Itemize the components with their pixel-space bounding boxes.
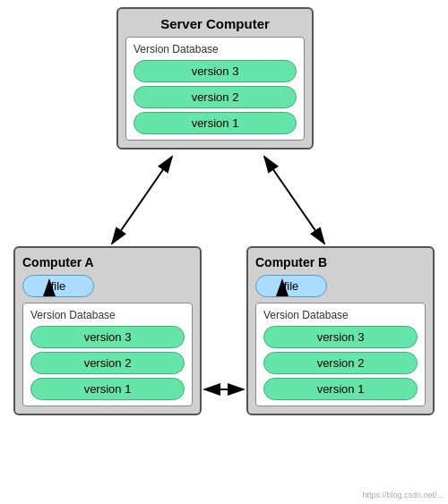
diagram-container: Server Computer Version Database version… — [0, 0, 448, 504]
server-title: Server Computer — [125, 16, 305, 31]
computer-a-version-1: version 1 — [30, 378, 185, 400]
server-computer-box: Server Computer Version Database version… — [116, 7, 314, 149]
server-db-label: Version Database — [134, 43, 297, 56]
computer-a-box: Computer A file Version Database version… — [13, 246, 202, 415]
computer-b-version-1: version 1 — [263, 378, 418, 400]
watermark: https://blog.csdn.net/... — [362, 491, 444, 500]
computer-b-version-2: version 2 — [263, 352, 418, 374]
computer-a-db-label: Version Database — [30, 309, 185, 321]
server-version-2: version 2 — [134, 86, 297, 108]
computer-a-db-box: Version Database version 3 version 2 ver… — [22, 303, 193, 406]
computer-b-box: Computer B file Version Database version… — [246, 246, 435, 415]
computer-b-file: file — [255, 275, 327, 297]
computer-a-title: Computer A — [22, 255, 193, 269]
arrow-server-to-a — [112, 157, 172, 243]
server-version-1: version 1 — [134, 112, 297, 134]
arrow-server-to-b — [264, 157, 324, 243]
computer-b-db-box: Version Database version 3 version 2 ver… — [255, 303, 426, 406]
computer-b-db-label: Version Database — [263, 309, 418, 321]
computer-a-version-3: version 3 — [30, 326, 185, 348]
computer-b-title: Computer B — [255, 255, 426, 269]
computer-b-version-3: version 3 — [263, 326, 418, 348]
server-db-box: Version Database version 3 version 2 ver… — [125, 37, 305, 141]
server-version-3: version 3 — [134, 60, 297, 82]
computer-a-version-2: version 2 — [30, 352, 185, 374]
computer-a-file: file — [22, 275, 94, 297]
